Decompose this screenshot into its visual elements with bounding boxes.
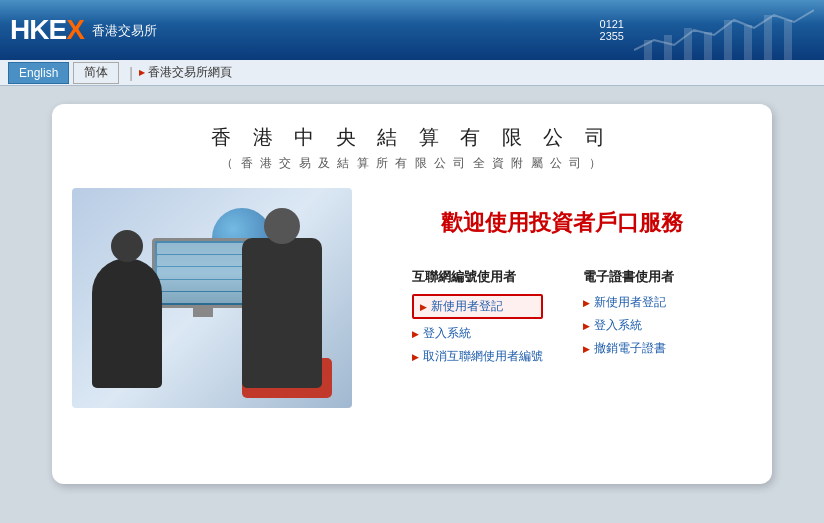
svg-rect-4 [724, 20, 732, 60]
cert-login-link[interactable]: ▶ 登入系統 [583, 317, 713, 334]
svg-rect-2 [684, 28, 692, 60]
cert-revoke-label: 撤銷電子證書 [594, 340, 666, 357]
simplified-button[interactable]: 简体 [73, 62, 119, 84]
main-content: 香 港 中 央 結 算 有 限 公 司 （ 香 港 交 易 及 結 算 所 有 … [0, 86, 824, 502]
cert-login-label: 登入系統 [594, 317, 642, 334]
internet-cancel-link[interactable]: ▶ 取消互聯網使用者編號 [412, 348, 543, 365]
certificate-section: 電子證書使用者 ▶ 新使用者登記 ▶ 登入系統 ▶ 撤銷電子證書 [583, 268, 713, 371]
nav-divider: | [129, 65, 133, 81]
header: HKEX 香港交易所 0121 2355 [0, 0, 824, 60]
card-title-sub: （ 香 港 交 易 及 結 算 所 有 限 公 司 全 資 附 屬 公 司 ） [72, 155, 752, 172]
logo-chinese: 香港交易所 [92, 23, 157, 40]
svg-rect-0 [644, 40, 652, 60]
header-ticker: 0121 2355 [600, 18, 624, 42]
internet-login-link[interactable]: ▶ 登入系統 [412, 325, 543, 342]
svg-rect-7 [784, 20, 792, 60]
internet-new-register-link[interactable]: ▶ 新使用者登記 [412, 294, 543, 319]
monitor [152, 238, 252, 308]
link-arrow-icon: ▶ [583, 298, 590, 308]
image-scene [72, 188, 352, 408]
screen-line [157, 267, 247, 278]
link-arrow-icon: ▶ [412, 352, 419, 362]
internet-new-register-label: 新使用者登記 [431, 298, 503, 315]
svg-rect-6 [764, 15, 772, 60]
link-arrow-icon: ▶ [583, 321, 590, 331]
welcome-text: 歡迎使用投資者戶口服務 [372, 208, 752, 238]
svg-rect-3 [704, 32, 712, 60]
screen-line [157, 292, 247, 303]
internet-section-title: 互聯網編號使用者 [412, 268, 543, 286]
person-right [242, 238, 322, 388]
header-chart [634, 0, 814, 60]
logo-hkex: HKEX [10, 16, 84, 44]
certificate-section-title: 電子證書使用者 [583, 268, 713, 286]
cert-revoke-link[interactable]: ▶ 撤銷電子證書 [583, 340, 713, 357]
cert-new-register-label: 新使用者登記 [594, 294, 666, 311]
svg-rect-5 [744, 25, 752, 60]
internet-login-label: 登入系統 [423, 325, 471, 342]
navbar: English 简体 | 香港交易所網頁 [0, 60, 824, 86]
card-right: 歡迎使用投資者戶口服務 互聯網編號使用者 ▶ 新使用者登記 ▶ 登入系統 [372, 188, 752, 371]
card-title-main: 香 港 中 央 結 算 有 限 公 司 [72, 124, 752, 151]
card-body: 歡迎使用投資者戶口服務 互聯網編號使用者 ▶ 新使用者登記 ▶ 登入系統 [72, 188, 752, 408]
english-button[interactable]: English [8, 62, 69, 84]
link-arrow-icon: ▶ [420, 302, 427, 312]
breadcrumb[interactable]: 香港交易所網頁 [139, 64, 232, 81]
link-arrow-icon: ▶ [583, 344, 590, 354]
monitor-screen [155, 241, 249, 305]
internet-cancel-label: 取消互聯網使用者編號 [423, 348, 543, 365]
internet-section: 互聯網編號使用者 ▶ 新使用者登記 ▶ 登入系統 ▶ 取消互聯網使用者編號 [412, 268, 543, 371]
main-card: 香 港 中 央 結 算 有 限 公 司 （ 香 港 交 易 及 結 算 所 有 … [52, 104, 772, 484]
screen-line [157, 243, 247, 254]
svg-rect-1 [664, 35, 672, 60]
person-left [92, 258, 162, 388]
card-image [72, 188, 352, 408]
links-container: 互聯網編號使用者 ▶ 新使用者登記 ▶ 登入系統 ▶ 取消互聯網使用者編號 [372, 268, 752, 371]
link-arrow-icon: ▶ [412, 329, 419, 339]
logo-area: HKEX 香港交易所 [10, 16, 157, 44]
cert-new-register-link[interactable]: ▶ 新使用者登記 [583, 294, 713, 311]
screen-line [157, 255, 247, 266]
screen-line [157, 280, 247, 291]
